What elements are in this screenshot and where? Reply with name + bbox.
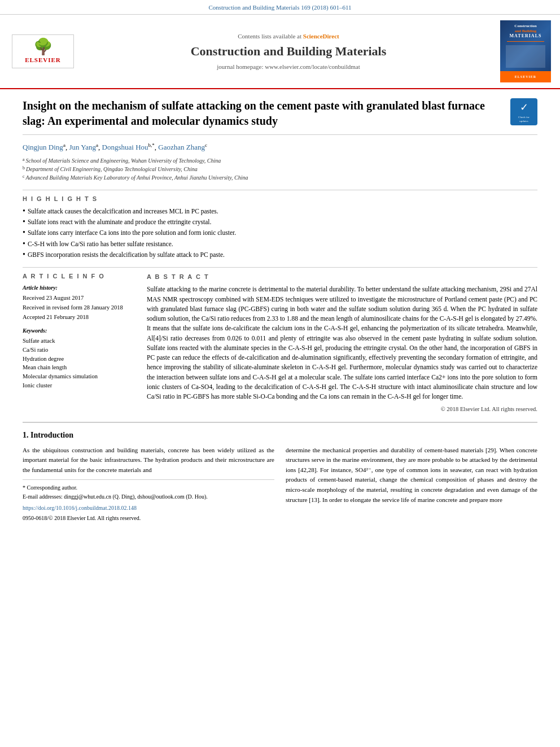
highlight-4-text: C-S-H with low Ca/Si ratio has better su…: [28, 239, 173, 248]
introduction-title: 1. Introduction: [23, 430, 537, 441]
journal-header: 🌳 ELSEVIER Contents lists available at S…: [0, 15, 560, 89]
journal-cover-box: Construction and Building MATERIALS ELSE…: [500, 20, 551, 82]
journal-cover-image: Construction and Building MATERIALS ELSE…: [500, 20, 551, 82]
affil-2-text: Department of Civil Engineering, Qingdao…: [26, 165, 198, 173]
highlight-1: • Sulfate attack causes the decalcificat…: [23, 207, 537, 216]
abstract-label: A B S T R A C T: [147, 272, 537, 282]
top-reference-bar: Construction and Building Materials 169 …: [0, 0, 560, 15]
journal-homepage: journal homepage: www.elsevier.com/locat…: [82, 63, 495, 71]
keyword-6: Ionic cluster: [23, 382, 135, 390]
intro-right-col: determine the mechanical properties and …: [286, 445, 537, 523]
check-badge-label: Check forupdates: [518, 115, 530, 123]
keyword-4: Mean chain length: [23, 364, 135, 372]
cover-divider: [507, 41, 544, 42]
bullet-icon-2: •: [23, 218, 25, 226]
author-2: Jun Yang: [69, 143, 96, 152]
keyword-3: Hydration degree: [23, 355, 135, 364]
affil-1-text: School of Materials Science and Engineer…: [26, 156, 221, 165]
footnote-email: E-mail addresses: dinggj@whut.edu.cn (Q.…: [23, 492, 274, 501]
elsevier-tree-icon: 🌳: [33, 39, 53, 55]
highlights-label: H I G H L I G H T S: [23, 195, 537, 203]
introduction-two-col: As the ubiquitous construction and build…: [23, 445, 537, 523]
cover-graphic: [506, 45, 545, 68]
footnote-corresponding: * Corresponding author.: [23, 483, 274, 492]
affil-3: c Advanced Building Materials Key Labora…: [23, 173, 537, 182]
main-content: Insight on the mechanism of sulfate atta…: [0, 89, 560, 534]
elsevier-logo: 🌳 ELSEVIER: [9, 34, 77, 68]
keyword-2: Ca/Si ratio: [23, 346, 135, 355]
elsevier-logo-box: 🌳 ELSEVIER: [12, 34, 74, 68]
footnote-section: * Corresponding author. E-mail addresses…: [23, 479, 274, 501]
bullet-icon-5: •: [23, 251, 25, 259]
page: Construction and Building Materials 169 …: [0, 0, 560, 747]
intro-left-col: As the ubiquitous construction and build…: [23, 445, 274, 523]
article-history-label: Article history:: [23, 284, 135, 292]
highlights-section: H I G H L I G H T S • Sulfate attack cau…: [23, 190, 537, 259]
highlight-1-text: Sulfate attack causes the decalcificatio…: [28, 207, 218, 216]
keyword-1: Sulfate attack: [23, 337, 135, 346]
highlight-5-text: GBFS incorporation resists the decalcifi…: [28, 250, 225, 259]
keyword-5: Molecular dynamics simulation: [23, 373, 135, 381]
author-1: Qingjun Ding: [23, 143, 63, 152]
accepted-date: Accepted 21 February 2018: [23, 313, 135, 322]
highlight-5: • GBFS incorporation resists the decalci…: [23, 250, 537, 259]
keywords-section: Keywords: Sulfate attack Ca/Si ratio Hyd…: [23, 327, 135, 390]
sciencedirect-link[interactable]: ScienceDirect: [303, 33, 339, 40]
journal-title-center: Contents lists available at ScienceDirec…: [82, 32, 495, 72]
author-3: Dongshuai Hou: [102, 143, 148, 152]
elsevier-wordmark: ELSEVIER: [25, 56, 61, 64]
authors-section: Qingjun Dinga, Jun Yanga, Dongshuai Houb…: [23, 142, 537, 153]
author-4: Gaozhan Zhang: [158, 143, 205, 152]
highlight-3: • Sulfate ions carry interface Ca ions i…: [23, 228, 537, 237]
highlight-4: • C-S-H with low Ca/Si ratio has better …: [23, 239, 537, 248]
journal-reference: Construction and Building Materials 169 …: [208, 4, 351, 11]
cover-title-text: Construction and Building MATERIALS: [510, 24, 542, 38]
copyright-line: © 2018 Elsevier Ltd. All rights reserved…: [147, 405, 537, 414]
paper-title-section: Insight on the mechanism of sulfate atta…: [23, 98, 537, 135]
bullet-icon-4: •: [23, 240, 25, 248]
affil-1: a School of Materials Science and Engine…: [23, 156, 537, 165]
contents-available-line: Contents lists available at ScienceDirec…: [82, 32, 495, 41]
bullet-icon-3: •: [23, 229, 25, 237]
intro-left-paragraph: As the ubiquitous construction and build…: [23, 445, 274, 475]
article-info-abstract-section: A R T I C L E I N F O Article history: R…: [23, 267, 537, 414]
received-date: Received 23 August 2017: [23, 294, 135, 303]
check-icon: ✓: [520, 101, 528, 115]
article-info-label: A R T I C L E I N F O: [23, 272, 135, 281]
bullet-icon-1: •: [23, 207, 25, 215]
abstract-text: Sulfate attacking to the marine concrete…: [147, 285, 537, 401]
check-for-updates-badge: ✓ Check forupdates: [510, 98, 537, 125]
article-info-column: A R T I C L E I N F O Article history: R…: [23, 272, 135, 414]
affiliations-section: a School of Materials Science and Engine…: [23, 156, 537, 182]
highlight-2-text: Sulfate ions react with the aluminate an…: [28, 217, 211, 226]
affil-3-text: Advanced Building Materials Key Laborato…: [26, 173, 248, 182]
cover-bottom-strip: ELSEVIER: [500, 71, 551, 82]
revised-date: Received in revised form 28 January 2018: [23, 304, 135, 312]
cover-bottom-label: ELSEVIER: [515, 75, 536, 79]
keywords-label: Keywords:: [23, 327, 135, 335]
highlight-2: • Sulfate ions react with the aluminate …: [23, 217, 537, 226]
doi-line[interactable]: https://doi.org/10.1016/j.conbuildmat.20…: [23, 504, 274, 513]
paper-title: Insight on the mechanism of sulfate atta…: [23, 98, 505, 129]
affil-2: b Department of Civil Engineering, Qingd…: [23, 165, 537, 173]
highlight-3-text: Sulfate ions carry interface Ca ions int…: [28, 228, 236, 237]
abstract-column: A B S T R A C T Sulfate attacking to the…: [147, 272, 537, 414]
introduction-section: 1. Introduction As the ubiquitous constr…: [23, 422, 537, 523]
intro-right-paragraph: determine the mechanical properties and …: [286, 445, 537, 505]
issn-line: 0950-0618/© 2018 Elsevier Ltd. All right…: [23, 514, 274, 523]
journal-main-title: Construction and Building Materials: [82, 43, 495, 60]
